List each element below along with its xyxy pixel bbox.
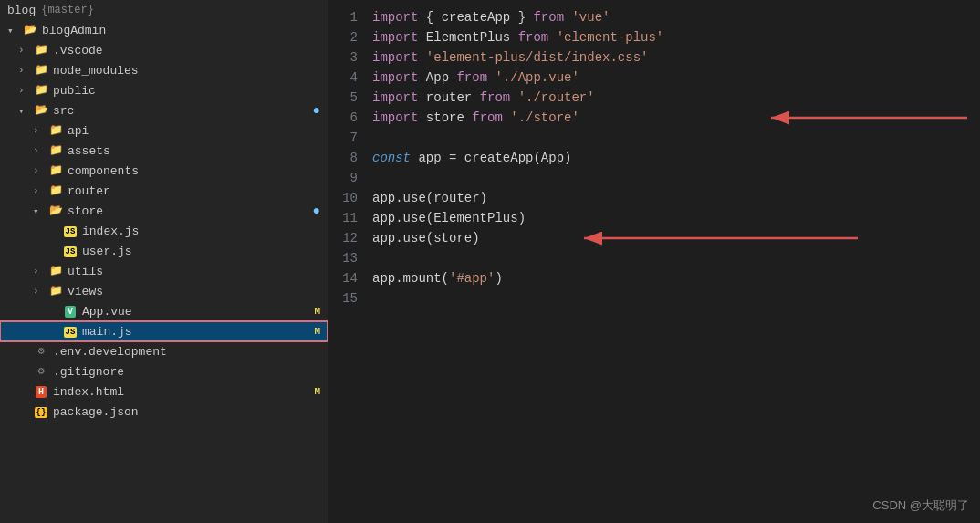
line-number: 2 [336,27,358,47]
line-number: 4 [336,68,358,88]
sidebar-item-package_json[interactable]: package.json [0,402,328,422]
file-label: .vscode [53,44,328,58]
tree-arrow [18,45,33,56]
token [503,110,510,125]
token: import [372,50,418,65]
file-icon [33,404,49,419]
tree-arrow [18,65,33,76]
file-label: package.json [53,405,328,419]
token: import [372,110,418,125]
file-label: .env.development [53,345,328,359]
code-lines: import { createApp } from 'vue'import El… [372,7,980,309]
sidebar-item-public[interactable]: public [0,80,328,100]
sidebar-item-main_js[interactable]: main.jsM [0,321,328,341]
sidebar-item-views[interactable]: views [0,281,328,301]
repo-name: blog [7,4,36,17]
sidebar-item-components[interactable]: components [0,161,328,181]
code-line: import router from './router' [372,88,962,108]
file-label: main.js [82,325,314,339]
token: './router' [518,90,595,105]
sidebar-item-index_js[interactable]: index.js [0,221,328,241]
sidebar-item-app_vue[interactable]: App.vueM [0,301,328,321]
file-icon [62,244,78,258]
token: './App.vue' [495,70,579,85]
file-explorer: blog {master} blogAdmin.vscodenode_modul… [0,0,328,523]
modified-dot: ● [313,204,320,217]
code-line [372,288,962,309]
file-label: router [68,184,328,198]
token: store [418,110,472,125]
token [548,30,556,45]
file-icon [33,364,49,379]
token: import [372,10,418,25]
line-number: 9 [336,168,358,188]
sidebar-item-env_dev[interactable]: .env.development [0,341,328,361]
code-line: app.use(store) [372,228,962,248]
sidebar-item-gitignore[interactable]: .gitignore [0,361,328,382]
line-number: 15 [336,288,358,309]
tree-arrow [33,266,47,277]
file-label: blogAdmin [42,24,328,37]
code-line [372,128,962,148]
modified-badge: M [314,326,320,337]
sidebar-item-utils[interactable]: utils [0,261,328,281]
code-content: 123456789101112131415 import { createApp… [328,0,980,316]
token: app.use(store) [372,231,480,246]
tree-arrow [33,205,47,217]
file-icon [22,23,38,37]
file-icon [62,324,78,339]
token: app.mount( [372,271,449,286]
file-label: store [68,204,313,218]
sidebar-item-router[interactable]: router [0,181,328,201]
tree-arrow [33,286,47,297]
file-icon [47,183,64,198]
file-label: src [53,104,313,118]
line-numbers: 123456789101112131415 [328,7,372,309]
token: import [372,90,418,105]
token: { createApp } [418,10,533,25]
code-line: app.mount('#app') [372,268,962,288]
token: import [372,70,418,85]
file-icon [33,63,49,78]
file-label: App.vue [82,305,314,319]
file-icon [33,83,49,98]
modified-badge: M [314,386,320,397]
sidebar-item-blogAdmin[interactable]: blogAdmin [0,20,328,40]
file-icon [47,123,64,138]
token: from [518,30,549,45]
token: from [472,110,503,125]
sidebar-item-store[interactable]: store● [0,201,328,221]
file-icon [47,204,64,218]
file-label: index.js [82,225,328,238]
file-icon [33,103,49,118]
sidebar-item-vscode[interactable]: .vscode [0,40,328,60]
code-line: import store from './store' [372,108,962,128]
tree-arrow [33,145,47,156]
token: './store' [510,110,579,125]
file-icon [47,284,64,298]
token: from [480,90,511,105]
sidebar-item-node_modules[interactable]: node_modules [0,60,328,80]
sidebar-item-user_js[interactable]: user.js [0,241,328,261]
repo-header: blog {master} [0,0,328,20]
token: import [372,30,418,45]
sidebar-item-assets[interactable]: assets [0,141,328,161]
sidebar-item-src[interactable]: src● [0,100,328,120]
file-label: user.js [82,245,328,258]
file-label: .gitignore [53,365,328,379]
file-icon [62,224,78,238]
file-label: utils [68,265,328,278]
code-line: import 'element-plus/dist/index.css' [372,47,962,68]
token: ElementPlus [418,30,517,45]
sidebar-item-api[interactable]: api [0,120,328,141]
token [510,90,517,105]
line-number: 11 [336,208,358,228]
tree-arrow [33,125,47,136]
token: app.use(router) [372,191,487,205]
watermark: CSDN @大聪明了 [872,497,969,514]
sidebar-item-index_html[interactable]: index.htmlM [0,382,328,402]
code-line: import App from './App.vue' [372,68,962,88]
file-icon [47,143,64,158]
file-label: api [68,124,328,138]
file-label: public [53,84,328,98]
